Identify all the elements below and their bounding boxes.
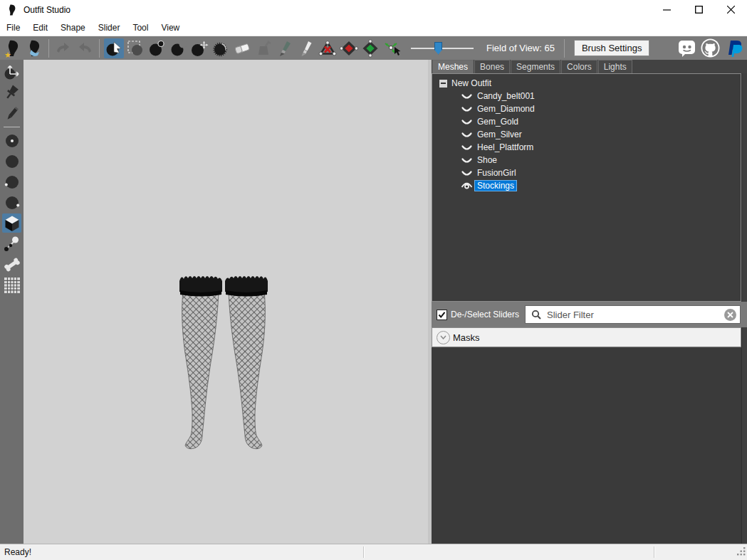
maximize-button[interactable]: [683, 0, 715, 19]
status-text: Ready!: [4, 547, 31, 557]
brush-falloff-right[interactable]: [2, 193, 21, 212]
tree-item-label: FusionGirl: [474, 167, 519, 179]
close-button[interactable]: [715, 0, 747, 19]
connected-vertices-toggle[interactable]: [2, 234, 21, 253]
tree-item-candy_belt001[interactable]: Candy_belt001: [461, 90, 741, 102]
smooth-brush-tool[interactable]: [211, 38, 231, 58]
search-icon: [531, 310, 541, 319]
minimize-button[interactable]: [651, 0, 683, 19]
eye-closed-icon[interactable]: [461, 169, 473, 178]
undiff-brush-tool[interactable]: [232, 38, 252, 58]
tree-item-gem_silver[interactable]: Gem_Silver: [461, 128, 741, 141]
left-toolbar: [0, 60, 23, 544]
undo-button[interactable]: [53, 38, 73, 58]
menu-edit[interactable]: Edit: [26, 21, 54, 35]
fov-slider-handle[interactable]: [434, 42, 442, 55]
new-project-button[interactable]: ★: [3, 38, 23, 58]
eye-closed-icon[interactable]: [461, 156, 473, 165]
link-icons: [677, 38, 743, 58]
brush-falloff-solid[interactable]: [2, 152, 21, 171]
app-icon: [6, 4, 18, 16]
tree-root-row[interactable]: New Outfit: [439, 77, 741, 90]
status-divider: [363, 546, 365, 558]
toolbar-separator: [99, 39, 100, 58]
tree-item-gem_gold[interactable]: Gem_Gold: [461, 115, 741, 128]
viewport-3d[interactable]: [23, 60, 428, 544]
load-project-button[interactable]: [24, 38, 44, 58]
svg-text:★: ★: [4, 51, 11, 58]
tree-item-heel_plattform[interactable]: Heel_Plattform: [461, 141, 741, 154]
stockings-model: [178, 273, 269, 450]
chevron-down-icon[interactable]: [437, 331, 450, 344]
tree-item-label: Gem_Gold: [474, 116, 521, 127]
transform-tool[interactable]: [2, 63, 21, 82]
move-brush-tool[interactable]: [189, 38, 209, 58]
tree-item-gem_diamond[interactable]: Gem_Diamond: [461, 102, 741, 115]
tab-colors[interactable]: Colors: [561, 60, 597, 73]
paypal-icon[interactable]: [724, 38, 743, 58]
flip-edge-tool[interactable]: [339, 38, 359, 58]
tab-meshes[interactable]: Meshes: [432, 60, 474, 73]
slider-filter-input[interactable]: [545, 309, 724, 321]
eye-open-icon[interactable]: [461, 181, 473, 191]
tab-segments[interactable]: Segments: [511, 60, 560, 73]
tab-lights[interactable]: Lights: [598, 60, 632, 73]
status-divider: [654, 546, 655, 558]
deflate-brush-tool[interactable]: [168, 38, 188, 58]
pencil-edit-tool[interactable]: [2, 104, 21, 123]
menu-slider[interactable]: Slider: [92, 21, 127, 35]
redo-button[interactable]: [75, 38, 95, 58]
main-area: MeshesBonesSegmentsColorsLights New Outf…: [0, 60, 747, 544]
inflate-brush-tool[interactable]: [147, 38, 167, 58]
resize-grip-icon[interactable]: [736, 546, 746, 559]
toolbar-separator: [48, 39, 49, 58]
discord-icon[interactable]: [677, 38, 696, 58]
clear-filter-icon[interactable]: [724, 309, 736, 321]
pin-vertex-tool[interactable]: [2, 83, 21, 102]
deselect-sliders-checkbox[interactable]: [437, 310, 447, 320]
menu-tool[interactable]: Tool: [126, 21, 155, 35]
alpha-brush-tool[interactable]: [296, 38, 316, 58]
tree-item-fusiongirl[interactable]: FusionGirl: [461, 167, 741, 179]
brush-falloff-center[interactable]: [2, 131, 21, 150]
tree-item-stockings[interactable]: Stockings: [461, 179, 741, 192]
toolbar-separator: [564, 39, 565, 58]
github-icon[interactable]: [700, 38, 720, 58]
eye-closed-icon[interactable]: [461, 92, 473, 101]
brush-settings-button[interactable]: Brush Settings: [574, 40, 650, 56]
main-toolbar: ★ Field of View: 65 Brush Settings: [0, 36, 747, 60]
menu-bar: FileEditShapeSliderToolView: [0, 19, 747, 36]
split-edge-tool[interactable]: [360, 38, 380, 58]
eye-closed-icon[interactable]: [461, 117, 473, 127]
bones-toggle[interactable]: [2, 255, 21, 274]
xmirror-toggle[interactable]: [2, 213, 21, 233]
menu-file[interactable]: File: [0, 21, 26, 35]
toolbar-separator: [4, 127, 20, 127]
brush-falloff-left[interactable]: [2, 172, 21, 191]
collapse-vertex-tool[interactable]: [318, 38, 338, 58]
tree-item-label: Heel_Plattform: [474, 142, 536, 153]
tree-item-label: Stockings: [474, 180, 517, 191]
mask-brush-tool[interactable]: [125, 38, 145, 58]
eye-closed-icon[interactable]: [461, 143, 473, 152]
slider-filter-bar: De-/Select Sliders: [432, 302, 747, 327]
outfit-studio-window: Outfit Studio FileEditShapeSliderToolVie…: [0, 0, 747, 560]
weight-brush-tool[interactable]: [254, 38, 273, 58]
grid-toggle[interactable]: [2, 275, 21, 295]
menu-shape[interactable]: Shape: [54, 21, 92, 35]
tree-root-label: New Outfit: [451, 78, 491, 88]
slider-filter-box: [525, 305, 741, 324]
collapse-expander-icon[interactable]: [439, 80, 447, 88]
tree-item-shoe[interactable]: Shoe: [461, 154, 741, 167]
masks-section-header[interactable]: Masks: [432, 327, 741, 347]
eye-closed-icon[interactable]: [461, 105, 473, 114]
select-tool[interactable]: [104, 38, 124, 58]
move-vertex-tool[interactable]: [382, 38, 402, 58]
tree-item-label: Candy_belt001: [474, 90, 538, 102]
fov-slider[interactable]: [411, 41, 474, 56]
eye-closed-icon[interactable]: [461, 130, 473, 139]
tab-bones[interactable]: Bones: [474, 60, 510, 73]
panel-tabs: MeshesBonesSegmentsColorsLights: [432, 60, 747, 73]
menu-view[interactable]: View: [155, 21, 186, 35]
color-brush-tool[interactable]: [275, 38, 295, 58]
